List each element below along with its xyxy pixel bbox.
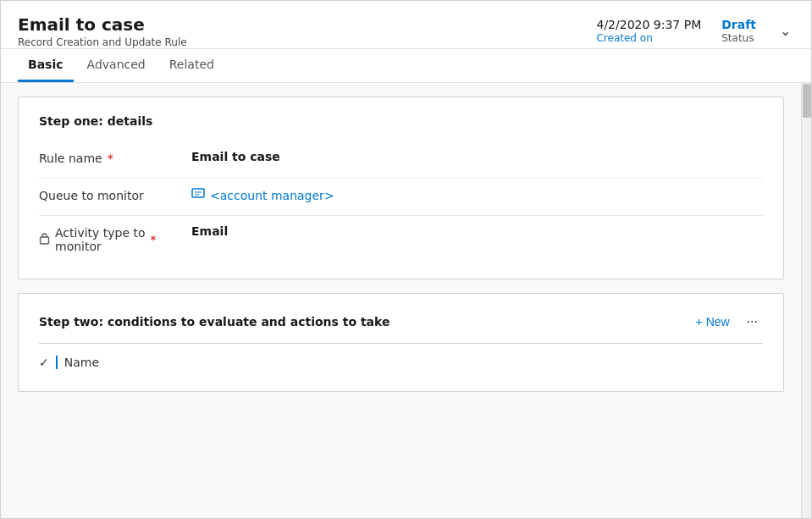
table-header-row: ✓ Name <box>39 351 763 374</box>
rule-name-required: * <box>108 152 113 165</box>
more-icon: ··· <box>747 314 758 329</box>
name-column-header: Name <box>56 356 99 369</box>
expand-chevron-button[interactable]: ⌄ <box>776 19 794 42</box>
step-one-title: Step one: details <box>39 114 763 128</box>
lock-icon <box>39 232 50 247</box>
tab-advanced[interactable]: Advanced <box>77 49 156 82</box>
page-subtitle: Record Creation and Update Rule <box>18 36 187 48</box>
rule-name-value: Email to case <box>191 150 763 163</box>
created-on-value: 4/2/2020 9:37 PM <box>596 18 701 31</box>
header-meta: 4/2/2020 9:37 PM Created on Draft Status <box>596 18 756 44</box>
step-two-title: Step two: conditions to evaluate and act… <box>39 315 390 329</box>
header: Email to case Record Creation and Update… <box>1 1 811 49</box>
scrollbar-thumb[interactable] <box>803 84 811 118</box>
svg-rect-3 <box>41 237 49 244</box>
more-options-button[interactable]: ··· <box>742 311 763 333</box>
tab-basic[interactable]: Basic <box>18 49 74 82</box>
tabs-bar: Basic Advanced Related <box>1 49 811 83</box>
queue-monitor-row: Queue to monitor <account manager> <box>39 179 763 216</box>
queue-icon <box>191 187 205 204</box>
rule-name-label: Rule name * <box>39 150 191 165</box>
checkmark-icon: ✓ <box>39 356 49 369</box>
svg-rect-0 <box>192 189 204 197</box>
header-right: 4/2/2020 9:37 PM Created on Draft Status… <box>596 14 794 44</box>
divider <box>39 343 763 344</box>
status-block: Draft Status <box>721 18 756 44</box>
queue-monitor-label: Queue to monitor <box>39 187 191 202</box>
step-one-card: Step one: details Rule name * Email to c… <box>18 97 784 279</box>
header-left: Email to case Record Creation and Update… <box>18 14 187 48</box>
activity-type-value: Email <box>191 224 763 238</box>
main-content: Step one: details Rule name * Email to c… <box>1 83 811 518</box>
activity-type-label: Activity type tomonitor * <box>39 224 191 253</box>
content-area: Step one: details Rule name * Email to c… <box>1 83 801 518</box>
step-two-header: Step two: conditions to evaluate and act… <box>39 311 763 333</box>
created-on-label: Created on <box>596 32 652 44</box>
new-button-label: New <box>706 315 730 329</box>
activity-type-row: Activity type tomonitor * Email <box>39 216 763 262</box>
status-label: Status <box>721 32 754 44</box>
status-value: Draft <box>721 18 756 31</box>
new-button[interactable]: + New <box>690 312 734 332</box>
step-two-card: Step two: conditions to evaluate and act… <box>18 293 784 392</box>
page-title: Email to case <box>18 14 187 35</box>
created-on-block: 4/2/2020 9:37 PM Created on <box>596 18 701 44</box>
queue-monitor-value[interactable]: <account manager> <box>191 187 763 204</box>
rule-name-row: Rule name * Email to case <box>39 141 763 179</box>
scrollbar-track[interactable] <box>801 83 811 518</box>
step-two-actions: + New ··· <box>690 311 763 333</box>
plus-icon: + <box>695 315 702 329</box>
activity-type-required: * <box>151 233 157 246</box>
tab-related[interactable]: Related <box>159 49 224 82</box>
